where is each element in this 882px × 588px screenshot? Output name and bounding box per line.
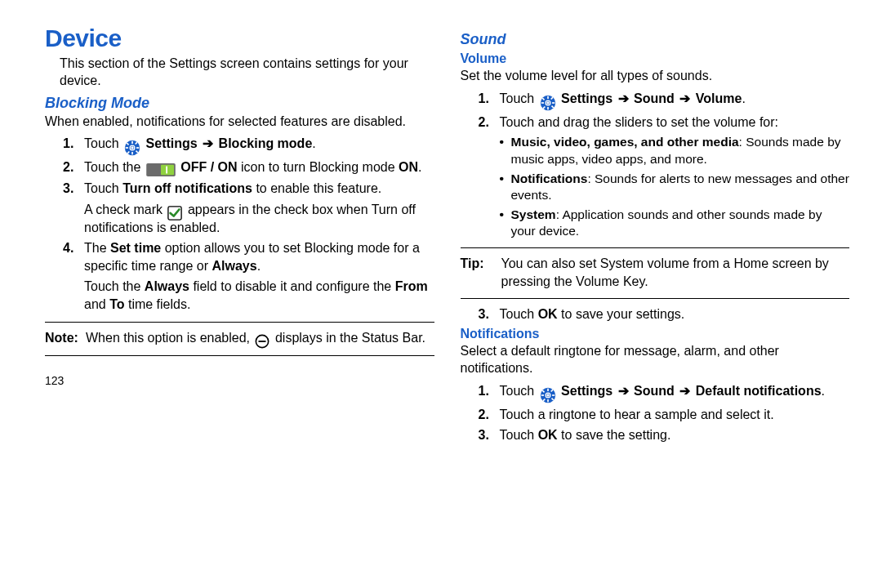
right-column: Sound Volume Set the volume level for al… xyxy=(448,24,850,580)
step-body: Touch OK to save your settings. xyxy=(500,305,850,323)
page-number: 123 xyxy=(45,374,434,387)
arrow-icon: ➔ xyxy=(675,91,696,105)
always-label: Always xyxy=(212,259,257,273)
volume-heading: Volume xyxy=(461,51,850,66)
text: to save the setting. xyxy=(558,428,671,442)
text: . xyxy=(312,136,315,150)
note-body: When this option is enabled, displays in… xyxy=(86,329,434,347)
text: and xyxy=(84,297,109,311)
settings-label: Settings xyxy=(561,91,612,105)
tip-body: You can also set System volume from a Ho… xyxy=(501,255,850,290)
arrow-icon: ➔ xyxy=(612,384,634,398)
text: time fields. xyxy=(125,297,191,311)
system-label: System xyxy=(511,207,556,221)
divider xyxy=(45,322,434,323)
text: A check mark xyxy=(84,203,166,216)
step-number: 1. xyxy=(479,90,500,110)
text: . xyxy=(822,384,825,398)
step-body: Touch OK to save the setting. xyxy=(500,426,850,444)
step-body: Touch Settings ➔ Sound ➔ Volume. xyxy=(500,90,850,110)
text: Touch xyxy=(84,181,122,195)
arrow-icon: ➔ xyxy=(612,91,634,105)
text: Touch xyxy=(84,136,122,150)
note-label: Note: xyxy=(45,329,86,347)
step-body: Touch Settings ➔ Sound ➔ Default notific… xyxy=(500,382,850,403)
volume-bullet-notifications: • Notifications: Sounds for alerts to ne… xyxy=(500,171,850,203)
notif-step-3: 3. Touch OK to save the setting. xyxy=(479,426,850,444)
text: to save your settings. xyxy=(558,307,685,321)
text: Touch xyxy=(500,384,538,398)
volume-intro: Set the volume level for all types of so… xyxy=(461,68,850,85)
from-label: From xyxy=(395,279,428,293)
page: Device This section of the Settings scre… xyxy=(0,0,882,588)
left-column: Device This section of the Settings scre… xyxy=(45,24,448,580)
default-notifications-label: Default notifications xyxy=(696,384,822,398)
divider xyxy=(461,298,850,299)
text: . xyxy=(257,259,261,273)
blocking-step-1: 1. Touch Settings ➔ Blocking mode. xyxy=(63,135,434,155)
arrow-icon: ➔ xyxy=(198,136,219,150)
gear-icon xyxy=(124,139,140,155)
text: icon to turn Blocking mode xyxy=(238,160,399,174)
text: The xyxy=(84,241,110,255)
volume-bullet-system: • System: Application sounds and other s… xyxy=(500,207,850,239)
step-number: 3. xyxy=(479,305,500,323)
notifications-intro: Select a default ringtone for message, a… xyxy=(461,343,850,377)
text: . xyxy=(742,91,745,105)
notifications-label: Notifications xyxy=(511,172,588,185)
step-body: Touch a ringtone to hear a sample and se… xyxy=(500,406,850,424)
sound-label: Sound xyxy=(634,91,675,105)
gear-icon xyxy=(540,94,556,110)
ok-label: OK xyxy=(538,307,558,321)
bullet-dot: • xyxy=(500,134,511,167)
text: : Application sounds and other sounds ma… xyxy=(511,207,822,238)
sound-heading: Sound xyxy=(461,31,850,48)
text: field to disable it and configure the xyxy=(189,279,395,293)
step-number: 2. xyxy=(479,406,500,424)
sound-label: Sound xyxy=(634,384,675,398)
volume-step-2: 2. Touch and drag the sliders to set the… xyxy=(479,114,850,131)
text: to enable this feature. xyxy=(252,181,381,195)
step-body: Touch Turn off notifications to enable t… xyxy=(84,180,434,198)
settings-label: Settings xyxy=(146,136,198,150)
arrow-icon: ➔ xyxy=(675,384,696,398)
bullet-body: System: Application sounds and other sou… xyxy=(511,207,850,239)
blocking-mode-heading: Blocking Mode xyxy=(45,95,434,112)
blocking-step-4-sub: Touch the Always field to disable it and… xyxy=(84,278,434,313)
blocking-mode-label: Blocking mode xyxy=(219,136,313,150)
step-body: The Set time option allows you to set Bl… xyxy=(84,239,434,274)
text: Touch xyxy=(500,428,538,442)
text: displays in the Status Bar. xyxy=(275,331,425,345)
step-number: 1. xyxy=(63,135,84,155)
settings-label: Settings xyxy=(561,384,612,398)
bullet-dot: • xyxy=(500,171,511,203)
step-body: Touch Settings ➔ Blocking mode. xyxy=(84,135,434,155)
divider xyxy=(461,247,850,248)
media-label: Music, video, games, and other media xyxy=(511,135,739,149)
step-number: 3. xyxy=(63,180,84,198)
volume-label: Volume xyxy=(696,91,742,105)
text: When this option is enabled, xyxy=(86,331,253,345)
step-number: 3. xyxy=(479,426,500,444)
step-body: Touch the OFF / ON icon to turn Blocking… xyxy=(84,158,434,176)
tip-label: Tip: xyxy=(461,255,501,290)
step-number: 2. xyxy=(479,114,500,131)
blocking-step-4: 4. The Set time option allows you to set… xyxy=(63,239,434,274)
checkmark-icon xyxy=(167,204,182,219)
blocking-mode-intro: When enabled, notifications for selected… xyxy=(45,114,434,131)
volume-bullet-media: • Music, video, games, and other media: … xyxy=(500,134,850,167)
step-number: 1. xyxy=(479,382,500,403)
notif-step-2: 2. Touch a ringtone to hear a sample and… xyxy=(479,406,850,424)
blocking-note: Note: When this option is enabled, displ… xyxy=(45,329,434,347)
notifications-heading: Notifications xyxy=(461,327,850,341)
volume-step-1: 1. Touch Settings ➔ Sound ➔ Volume. xyxy=(479,90,850,110)
divider xyxy=(45,355,434,356)
toggle-icon xyxy=(146,161,176,174)
text: Touch xyxy=(500,91,538,105)
always-label: Always xyxy=(145,279,189,293)
gear-icon xyxy=(540,386,556,403)
device-heading: Device xyxy=(45,24,434,52)
device-intro: This section of the Settings screen cont… xyxy=(45,56,434,90)
to-label: To xyxy=(109,297,124,311)
volume-step-3: 3. Touch OK to save your settings. xyxy=(479,305,850,323)
